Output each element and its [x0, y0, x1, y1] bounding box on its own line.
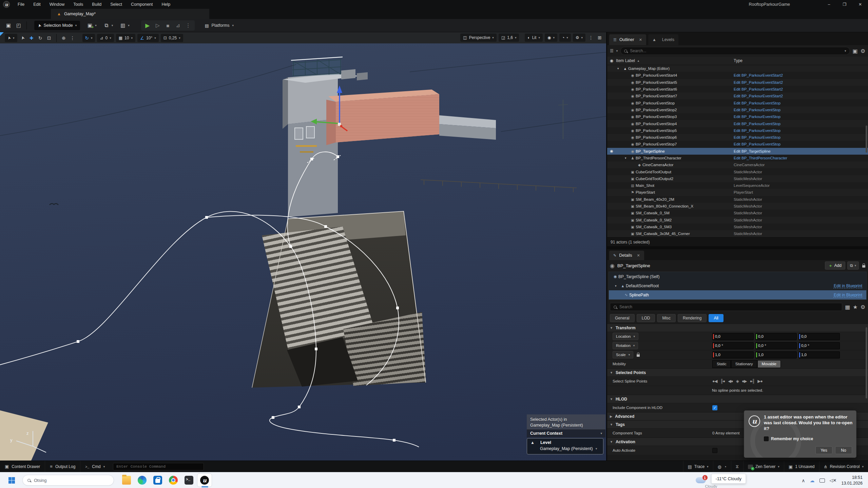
quad-layout-icon[interactable]	[595, 34, 604, 42]
edit-blueprint-link[interactable]: Edit BP_ThirdPersonCharacter	[734, 156, 863, 160]
tab-levels[interactable]: ▲ Levels	[648, 34, 678, 45]
details-scrollbar[interactable]	[866, 327, 867, 398]
revision-control-dropdown[interactable]: Revision Control ▾	[819, 461, 868, 472]
scale-snap-dropdown[interactable]: 0,25▾	[161, 34, 183, 42]
panel-splitter[interactable]	[607, 246, 868, 249]
open-content-icon[interactable]	[14, 21, 24, 30]
outliner-row[interactable]: ▣CubeGridToolOutputStaticMeshActor	[607, 168, 868, 175]
spline-prev-add-button[interactable]: ╟●	[720, 379, 725, 384]
console-command-input[interactable]: Enter Console Command	[113, 463, 204, 470]
trace-dropdown[interactable]: Trace ▾	[683, 461, 713, 472]
outliner-row[interactable]: ▾♟BP_ThirdPersonCharacterEdit BP_ThirdPe…	[607, 155, 868, 161]
level-viewport[interactable]: ▾ ▾ 0▾ 10▾ 10°▾	[0, 32, 606, 461]
expander-icon[interactable]: ▾	[617, 67, 622, 70]
details-search-input[interactable]: Search	[610, 303, 842, 311]
transform-value-field[interactable]: 0,0 °	[712, 342, 754, 349]
spline-last-point-button[interactable]: ▶●	[757, 379, 762, 384]
outliner-row[interactable]: ◉◉BP_TargetSplineEdit BP_TargetSpline	[607, 148, 868, 155]
mobility-static[interactable]: Static	[712, 360, 731, 368]
zen-server-dropdown[interactable]: Zen Server ▾	[743, 461, 784, 472]
filter-chip-misc[interactable]: Misc	[657, 314, 676, 322]
edit-blueprint-link[interactable]: Edit BP_ParkourEventStart2	[734, 87, 863, 91]
filter-chip-rendering[interactable]: Rendering	[678, 314, 707, 322]
level-context-box[interactable]: ▲ Level Gameplay_Map (Persistent) ▾	[527, 438, 603, 454]
transform-value-field[interactable]: 1,0	[712, 351, 754, 358]
transform-value-field[interactable]: 1,0	[755, 351, 797, 358]
file-explorer-taskbar-icon[interactable]	[119, 473, 134, 487]
selection-mode-dropdown[interactable]: Selection Mode ▾	[34, 21, 80, 30]
edit-blueprint-link[interactable]: Edit BP_ParkourEventStop	[734, 115, 863, 119]
outliner-search-input[interactable]: Search... ▾	[620, 47, 850, 55]
section-transform[interactable]: ▼Transform	[607, 324, 868, 332]
outliner-row[interactable]: ◉BP_ParkourEventStop4Edit BP_ParkourEven…	[607, 120, 868, 127]
remember-checkbox[interactable]	[764, 436, 769, 441]
taskbar-clock[interactable]: 18:51 13.01.2026	[841, 475, 863, 486]
close-icon[interactable]: ✕	[639, 38, 642, 42]
menu-help[interactable]: Help	[157, 0, 175, 9]
column-type-label[interactable]: Type	[734, 58, 868, 63]
edge-taskbar-icon[interactable]	[135, 473, 150, 487]
outliner-settings-icon[interactable]	[861, 48, 865, 54]
play-button[interactable]	[142, 21, 153, 30]
edit-blueprint-link[interactable]: Edit BP_ParkourEventStop	[734, 122, 863, 126]
menu-window[interactable]: Window	[45, 0, 69, 9]
blueprints-icon[interactable]	[101, 21, 112, 30]
spline-next-button[interactable]: ●▶	[742, 379, 747, 384]
edit-blueprint-link[interactable]: Edit BP_ParkourEventStart2	[734, 80, 863, 84]
menu-tools[interactable]: Tools	[69, 0, 88, 9]
edit-blueprint-link[interactable]: Edit BP_ParkourEventStart2	[734, 73, 863, 77]
viewport-settings-dropdown[interactable]: ▾	[573, 34, 585, 42]
content-drawer-button[interactable]: Content Drawer	[0, 461, 45, 472]
edit-blueprint-link[interactable]: Edit BP_TargetSpline	[734, 149, 863, 153]
perspective-dropdown[interactable]: Perspective▾	[460, 34, 497, 42]
chrome-taskbar-icon[interactable]	[166, 473, 181, 487]
surface-snap-dropdown[interactable]: 0▾	[97, 34, 114, 42]
view-mode-dropdown[interactable]: Lit▾	[525, 34, 542, 42]
outliner-row[interactable]: ▣SM_Beam_40x20_2MStaticMeshActor	[607, 196, 868, 203]
outliner-row[interactable]: ◉BP_ParkourEventStart7Edit BP_ParkourEve…	[607, 93, 868, 99]
outliner-row[interactable]: ▣SM_Beam_80x40_Connection_XStaticMeshAct…	[607, 203, 868, 210]
minimize-button[interactable]: –	[821, 0, 837, 9]
add-actor-icon[interactable]: ＋	[85, 21, 95, 30]
outliner-row[interactable]: ◉BP_ParkourEventStop2Edit BP_ParkourEven…	[607, 106, 868, 113]
viewport-options-icon[interactable]	[586, 34, 595, 42]
stop-button[interactable]	[163, 21, 173, 30]
no-button[interactable]: No	[835, 446, 852, 454]
add-component-button[interactable]: ＋ Add	[825, 261, 845, 270]
filter-icon[interactable]	[610, 48, 614, 53]
show-flags-dropdown[interactable]: ▾	[545, 34, 557, 42]
outliner-row[interactable]: ◉BP_ParkourEventStop3Edit BP_ParkourEven…	[607, 113, 868, 120]
translate-gizmo[interactable]	[311, 85, 347, 131]
outliner-save-icon[interactable]	[853, 48, 858, 54]
grid-snap-dropdown[interactable]: 10▾	[116, 34, 135, 42]
component-tree-row[interactable]: ◉BP_TargetSpline (Self)	[609, 272, 866, 281]
target-spline-path[interactable]	[0, 152, 419, 447]
filter-chip-general[interactable]: General	[610, 314, 635, 322]
transform-value-field[interactable]: 0,0	[798, 333, 840, 340]
viewport-scene[interactable]: z y Selected Actor(s) in Gameplay_Map (P…	[0, 43, 606, 461]
section-hlod[interactable]: ▼HLOD	[607, 395, 868, 403]
blueprint-edit-dropdown[interactable]: ▾	[847, 261, 859, 270]
select-tool-icon[interactable]	[18, 34, 27, 42]
edit-blueprint-link[interactable]: Edit BP_ParkourEventStop	[734, 101, 863, 105]
outliner-row[interactable]: ▣SM_Catwalk_0_5MStaticMeshActor	[607, 210, 868, 216]
spline-all-points-button[interactable]: ◈	[736, 379, 739, 384]
favorites-icon[interactable]	[853, 304, 857, 310]
spline-control-points[interactable]	[77, 155, 399, 442]
spline-first-point-button[interactable]: ●◀	[712, 379, 717, 384]
hlod-checkbox[interactable]: ✓	[712, 405, 717, 410]
add-actor-chevron[interactable]: ▾	[95, 24, 97, 27]
terminal-taskbar-icon[interactable]	[181, 473, 196, 487]
taskbar-search-input[interactable]: Otsing	[22, 475, 114, 486]
transform-value-field[interactable]: 0,0	[755, 333, 797, 340]
frame-skip-button[interactable]	[153, 21, 163, 30]
restore-button[interactable]: ❐	[837, 0, 852, 9]
outliner-row[interactable]: ▥Main_ShotLevelSequenceActor	[607, 182, 868, 189]
edit-blueprint-link[interactable]: Edit BP_ParkourEventStop	[734, 135, 863, 139]
expander-icon[interactable]: ▾	[625, 156, 630, 160]
volume-muted-icon[interactable]: ◁✕	[830, 478, 837, 483]
world-coordinate-icon[interactable]	[59, 34, 68, 42]
unsaved-button[interactable]: 1 Unsaved	[784, 461, 819, 472]
transform-scale-dropdown[interactable]: Scale▾	[613, 351, 633, 358]
transform-value-field[interactable]: 1,0	[798, 351, 840, 358]
